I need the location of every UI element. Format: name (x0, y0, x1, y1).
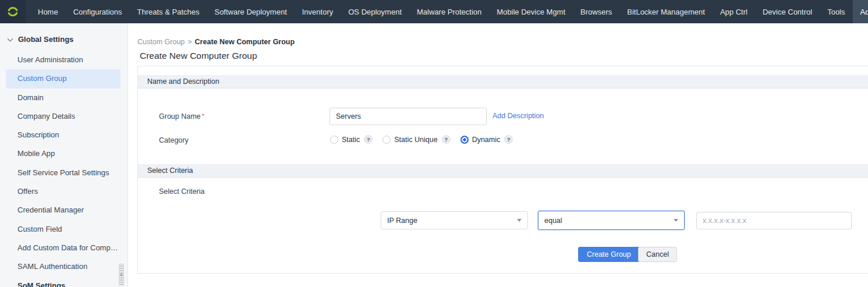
sidebar-section-label: Global Settings (18, 35, 73, 44)
top-nav-tab-label: App Ctrl (720, 8, 747, 16)
category-option-label: Dynamic (472, 136, 501, 144)
sidebar-item[interactable]: User Administration (6, 51, 121, 69)
top-nav-tab[interactable]: Tools (820, 0, 852, 23)
top-nav-tab-label: BitLocker Management (627, 8, 705, 16)
top-nav-tab-label: Threats & Patches (137, 8, 200, 16)
sidebar-item-label: Offers (17, 187, 38, 196)
criteria-attribute-value: IP Range (387, 217, 417, 225)
criteria-attribute-dropdown[interactable]: IP Range (381, 211, 528, 229)
sidebar-item[interactable]: Custom Field (6, 220, 121, 239)
top-nav-tab-label: Inventory (302, 8, 333, 16)
top-nav-tab[interactable]: Home (30, 0, 66, 23)
section-header-name-description: Name and Description (138, 75, 868, 88)
sidebar-item-label: Custom Field (17, 225, 62, 233)
top-nav-tab-label: Malware Protection (417, 8, 481, 16)
top-nav-tab[interactable]: Admin (853, 0, 868, 23)
sidebar-item[interactable]: Credential Manager (6, 201, 121, 219)
sidebar-item[interactable]: Add Custom Data for Comput... (6, 239, 121, 257)
group-name-label: Group Name* (159, 112, 204, 121)
sidebar-item-label: Subscription (17, 130, 59, 139)
top-nav-tab[interactable]: Configurations (66, 0, 130, 23)
top-nav-tab-label: Device Control (763, 8, 812, 16)
top-nav-tab[interactable]: Inventory (295, 0, 341, 23)
admin-sidebar: Global Settings User Administration Cust… (0, 23, 128, 287)
help-question-icon[interactable]: ? (364, 135, 373, 144)
top-nav-tab-label: Configurations (73, 8, 122, 16)
category-radio-option[interactable]: Dynamic ? (460, 135, 513, 144)
top-nav-tab[interactable]: Device Control (755, 0, 820, 23)
top-nav-tab[interactable]: Browsers (573, 0, 619, 23)
chevron-down-icon (8, 36, 13, 41)
top-nav-tab-label: Admin (860, 8, 868, 16)
sidebar-item-label: Self Service Portal Settings (17, 168, 109, 177)
sidebar-item-label: User Administration (17, 55, 83, 64)
breadcrumb-current: Create New Computer Group (195, 38, 295, 46)
category-option-label: Static Unique (394, 136, 437, 144)
top-nav-tab[interactable]: App Ctrl (713, 0, 755, 23)
category-radio-group: Static ? Static Unique ? Dynamic (330, 135, 523, 144)
top-nav-tab-label: Home (38, 8, 58, 16)
help-question-icon[interactable]: ? (442, 135, 451, 144)
category-option-label: Static (342, 136, 360, 144)
category-radio-option[interactable]: Static ? (330, 135, 373, 144)
category-label: Category (159, 136, 189, 144)
top-nav-tab[interactable]: Malware Protection (409, 0, 489, 23)
chevron-down-caret-icon (674, 219, 678, 222)
criteria-operator-dropdown[interactable]: equal (538, 211, 685, 230)
top-nav-tab[interactable]: Threats & Patches (130, 0, 207, 23)
main-content: Custom Group>Create New Computer Group C… (128, 23, 868, 287)
top-nav-tab-label: Mobile Device Mgmt (497, 8, 565, 16)
top-nav-tab[interactable]: OS Deployment (341, 0, 409, 23)
criteria-operator-value: equal (544, 217, 562, 225)
sidebar-item-label: SoM Settings (17, 281, 65, 287)
top-nav-items: Home Configurations Threats & Patches So… (30, 0, 868, 23)
breadcrumb: Custom Group>Create New Computer Group (137, 38, 295, 46)
top-nav-tab-label: OS Deployment (348, 8, 402, 16)
sidebar-item-label: SAML Authentication (17, 262, 87, 271)
app-screen: Home Configurations Threats & Patches So… (0, 0, 868, 287)
top-navigation-bar: Home Configurations Threats & Patches So… (0, 0, 868, 23)
section-header-select-criteria: Select Criteria (138, 164, 868, 178)
top-nav-tab-label: Tools (827, 8, 845, 16)
sidebar-item-label: Custom Group (17, 74, 67, 83)
top-nav-tab[interactable]: Mobile Device Mgmt (489, 0, 573, 23)
sidebar-item[interactable]: Self Service Portal Settings (6, 164, 121, 182)
category-radio-option[interactable]: Static Unique ? (382, 135, 450, 144)
top-nav-tab[interactable]: BitLocker Management (619, 0, 713, 23)
cancel-button[interactable]: Cancel (638, 247, 677, 262)
radio-button-icon[interactable] (382, 136, 391, 144)
radio-button-icon[interactable] (460, 136, 469, 144)
sidebar-item[interactable]: Company Details (6, 107, 121, 126)
sidebar-section-global-settings[interactable]: Global Settings (0, 30, 127, 51)
sidebar-item[interactable]: Subscription (6, 126, 121, 144)
chevron-left-icon: ‹ (121, 272, 122, 278)
sidebar-item[interactable]: SoM Settings (6, 277, 121, 287)
criteria-value-input[interactable] (696, 212, 852, 229)
sidebar-item[interactable]: SAML Authentication (6, 257, 121, 276)
sidebar-item[interactable]: Offers (6, 182, 121, 201)
endpoint-central-logo-icon (6, 5, 19, 18)
required-asterisk: * (202, 112, 204, 119)
sidebar-item-label: Add Custom Data for Comput... (17, 243, 121, 252)
add-description-link[interactable]: Add Description (493, 112, 544, 120)
radio-button-icon[interactable] (330, 136, 338, 144)
main-layout: Global Settings User Administration Cust… (0, 23, 868, 287)
create-group-form-panel: Name and Description Group Name* Add Des… (137, 66, 868, 274)
help-question-icon[interactable]: ? (504, 135, 513, 144)
breadcrumb-parent-link[interactable]: Custom Group (137, 38, 185, 46)
sidebar-item[interactable]: Mobile App (6, 144, 121, 163)
app-logo[interactable] (0, 0, 26, 23)
group-name-input[interactable] (330, 108, 487, 125)
sidebar-item[interactable]: Custom Group (6, 69, 121, 88)
sidebar-collapse-handle[interactable]: ‹ (119, 264, 124, 285)
page-title: Create New Computer Group (140, 51, 257, 61)
chevron-down-caret-icon (517, 219, 522, 222)
sidebar-item-label: Domain (17, 93, 44, 102)
select-criteria-label: Select Criteria (159, 187, 205, 196)
top-nav-tab[interactable]: Software Deployment (207, 0, 294, 23)
sidebar-item-label: Company Details (17, 112, 75, 121)
top-nav-tab-label: Software Deployment (214, 8, 286, 16)
create-group-button[interactable]: Create Group (578, 247, 640, 262)
sidebar-item[interactable]: Domain (6, 88, 121, 107)
sidebar-item-label: Mobile App (17, 149, 55, 158)
